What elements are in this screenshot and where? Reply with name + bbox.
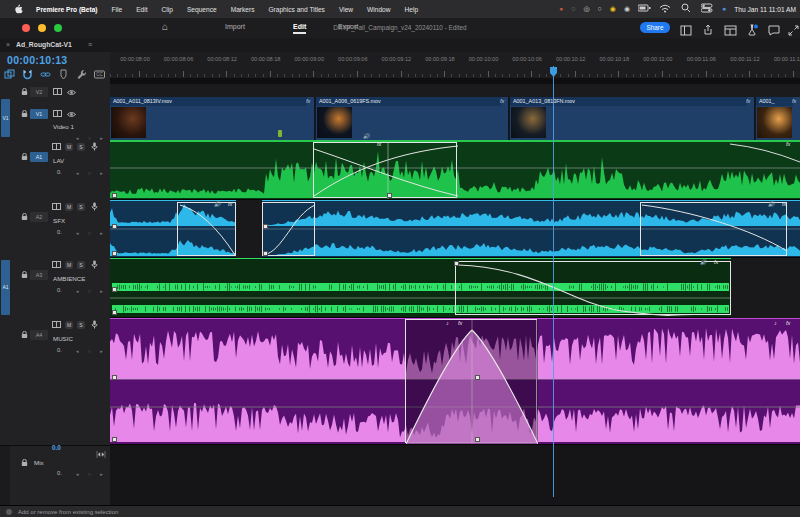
keyframe-nav[interactable]: ◂ ○ ▸ xyxy=(76,230,107,236)
audio-track-a3-lane[interactable]: 🔊fx xyxy=(110,258,800,318)
keyframe-handle[interactable] xyxy=(263,224,268,229)
share-button[interactable]: Share xyxy=(640,22,670,33)
keyframe-nav[interactable]: ◂ ○ ▸ xyxy=(76,170,107,176)
shortcut-icon[interactable]: ◌ xyxy=(571,5,575,13)
fit-timeline-icon[interactable] xyxy=(96,444,106,462)
keyframe-nav[interactable]: ◂ ○ ▸ xyxy=(76,348,107,354)
track-target-a1[interactable]: A1 xyxy=(30,152,48,162)
close-sequence-icon[interactable]: × xyxy=(6,41,10,48)
workspace-icon[interactable] xyxy=(680,22,694,34)
track-header-a3[interactable]: A1A3MSAMBIENCE0.◂ ○ ▸ xyxy=(0,258,110,319)
track-header-a2[interactable]: A2MSSFX0.◂ ○ ▸ xyxy=(0,200,110,259)
keyframe-handle[interactable] xyxy=(112,251,117,256)
video-clip[interactable]: A001_A011_0813IV.movfx xyxy=(110,97,315,140)
minimize-window-button[interactable] xyxy=(38,24,46,32)
timeline-settings-wrench-icon[interactable] xyxy=(76,66,87,84)
track-gain[interactable]: 0. xyxy=(57,169,62,175)
timer-icon[interactable]: ◎ xyxy=(584,5,590,13)
yellow-app-icon[interactable]: ◉ xyxy=(610,5,616,13)
tab-import[interactable]: Import xyxy=(225,23,245,30)
video-clip[interactable]: A001_A013_0813FN.movfx xyxy=(510,97,755,140)
keyframe-handle[interactable] xyxy=(454,261,459,266)
keyframe-handle[interactable] xyxy=(112,310,117,315)
fade-out-box[interactable] xyxy=(177,202,236,256)
selected-clip-box[interactable] xyxy=(313,142,457,198)
browser-app-icon[interactable]: ● xyxy=(722,5,726,13)
video-clip[interactable]: A001_fx xyxy=(756,97,800,140)
colored-app-icon[interactable]: ● xyxy=(559,5,563,13)
search-icon[interactable] xyxy=(680,3,693,15)
keyframe-handle[interactable] xyxy=(387,193,392,198)
track-target-v1[interactable]: V1 xyxy=(30,109,48,119)
wifi-icon[interactable] xyxy=(659,3,672,15)
empty-track-area[interactable] xyxy=(110,445,800,505)
playhead-timecode[interactable]: 00:00:10:13 xyxy=(7,54,68,66)
nest-toggle-icon[interactable] xyxy=(4,66,15,84)
time-ruler[interactable]: 00:00:07:1800:00:08:0000:00:08:0600:00:0… xyxy=(110,52,800,79)
menu-markers[interactable]: Markers xyxy=(224,6,262,13)
crossfade-box[interactable] xyxy=(405,319,537,443)
track-gain[interactable]: 0. xyxy=(57,287,62,293)
fullscreen-icon[interactable] xyxy=(788,22,800,34)
battery-icon[interactable] xyxy=(638,3,651,15)
video-clip[interactable]: A001_A006_0619FS.movfx xyxy=(316,97,509,140)
track-target-v2[interactable]: V2 xyxy=(30,87,48,97)
keyframe-nav[interactable]: ◂ ○ ▸ xyxy=(76,288,107,294)
mute-button[interactable]: M xyxy=(65,203,73,211)
menu-window[interactable]: Window xyxy=(360,6,397,13)
workspaces-layout-icon[interactable] xyxy=(724,22,738,34)
keyframe-handle[interactable] xyxy=(112,437,117,442)
fade-out-box[interactable] xyxy=(640,202,787,256)
menu-view[interactable]: View xyxy=(332,6,360,13)
playhead-line[interactable] xyxy=(553,66,554,497)
fade-in-box[interactable] xyxy=(262,202,315,256)
zoom-window-button[interactable] xyxy=(54,24,62,32)
track-gain[interactable]: 0. xyxy=(57,347,62,353)
quick-export-icon[interactable] xyxy=(702,22,716,34)
menu-premiere-pro-beta-[interactable]: Premiere Pro (Beta) xyxy=(29,6,105,13)
audio-track-a2-lane[interactable]: 🔊fx🔊fx xyxy=(110,200,800,258)
track-target-a2[interactable]: A2 xyxy=(30,212,48,222)
keyframe-handle[interactable] xyxy=(475,437,480,442)
mix-keyframe-nav[interactable]: ◂ ○ ▸ xyxy=(76,471,107,477)
home-icon[interactable]: ⌂ xyxy=(162,21,168,32)
playhead-handle[interactable] xyxy=(550,63,557,73)
solo-button[interactable]: S xyxy=(77,143,85,151)
track-target-a4[interactable]: A4 xyxy=(30,330,48,340)
beta-feedback-beaker-icon[interactable] xyxy=(746,22,760,34)
menu-edit[interactable]: Edit xyxy=(129,6,154,13)
apple-menu-icon[interactable] xyxy=(14,3,23,15)
menu-sequence[interactable]: Sequence xyxy=(180,6,224,13)
clip-marker[interactable] xyxy=(278,130,282,137)
solo-button[interactable]: S xyxy=(77,261,85,269)
mute-button[interactable]: M xyxy=(65,143,73,151)
mute-button[interactable]: M xyxy=(65,261,73,269)
mute-button[interactable]: M xyxy=(65,321,73,329)
keyframe-handle[interactable] xyxy=(112,287,117,292)
captions-icon[interactable]: CC xyxy=(94,66,105,84)
track-header-a1[interactable]: A1MSLAV0.◂ ○ ▸ xyxy=(0,140,110,201)
solo-button[interactable]: S xyxy=(77,203,85,211)
audio-track-a4-lane[interactable]: ♪fx♪fx xyxy=(110,318,800,445)
add-marker-icon[interactable] xyxy=(58,66,69,84)
sync-icon[interactable]: ○ xyxy=(598,5,602,13)
track-target-a3[interactable]: A3 xyxy=(30,270,48,280)
source-patch-v1[interactable]: V1 xyxy=(1,99,10,137)
snap-icon[interactable] xyxy=(22,66,33,84)
menu-file[interactable]: File xyxy=(105,6,130,13)
keyframe-handle[interactable] xyxy=(112,193,117,198)
control-center-icon[interactable] xyxy=(701,3,714,15)
solo-button[interactable]: S xyxy=(77,321,85,329)
panel-menu-icon[interactable]: ≡ xyxy=(88,41,92,48)
menubar-clock[interactable]: Thu Jan 11 11:01 AM xyxy=(734,6,800,13)
timeline-canvas[interactable]: 00:00:07:1800:00:08:0000:00:08:0600:00:0… xyxy=(110,52,800,505)
track-gain[interactable]: 0. xyxy=(57,229,62,235)
audio-track-a1-lane[interactable]: 🔊fxfx xyxy=(110,140,800,200)
keyframe-handle[interactable] xyxy=(112,224,117,229)
close-window-button[interactable] xyxy=(22,24,30,32)
keyframe-handle[interactable] xyxy=(475,375,480,380)
sequence-tab[interactable]: Ad_RoughCat-V1 xyxy=(16,41,72,48)
mix-gain[interactable]: 0. xyxy=(57,470,62,476)
source-patch-a1[interactable]: A1 xyxy=(1,260,10,315)
comments-icon[interactable] xyxy=(768,22,782,34)
